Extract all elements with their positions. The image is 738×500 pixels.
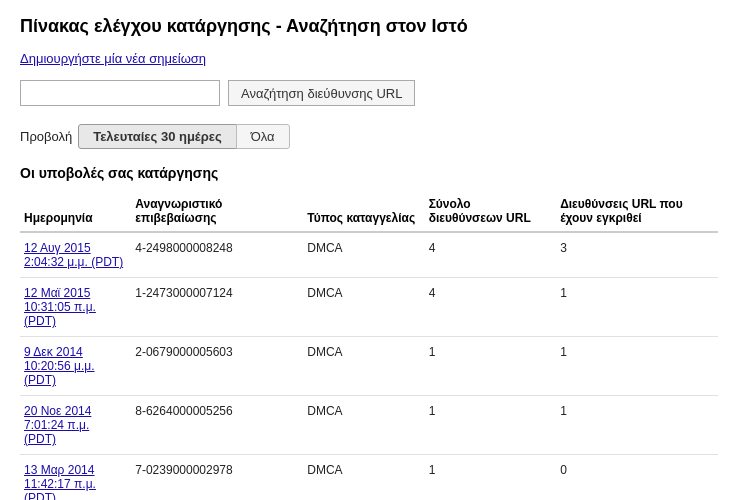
cell-id: 2-0679000005603 [131,337,303,396]
cell-approved: 1 [556,396,718,455]
search-row: Αναζήτηση διεύθυνσης URL [20,80,718,106]
table-header-row: Ημερομηνία Αναγνωριστικό επιβεβαίωσης Τύ… [20,191,718,232]
table-row: 20 Νοε 20147:01:24 π.μ. (PDT)8-626400000… [20,396,718,455]
table-row: 9 Δεκ 201410:20:56 μ.μ. (PDT)2-067900000… [20,337,718,396]
filter-row: Προβολή Τελευταίες 30 ημέρες Όλα [20,124,718,149]
cell-approved: 0 [556,455,718,501]
cell-total: 4 [425,278,557,337]
cell-approved: 1 [556,337,718,396]
col-header-type: Τύπος καταγγελίας [303,191,424,232]
col-header-approved: Διευθύνσεις URL που έχουν εγκριθεί [556,191,718,232]
cell-id: 4-2498000008248 [131,232,303,278]
cell-approved: 1 [556,278,718,337]
page-title: Πίνακας ελέγχου κατάργησης - Αναζήτηση σ… [20,16,718,37]
col-header-date: Ημερομηνία [20,191,131,232]
col-header-total: Σύνολο διευθύνσεων URL [425,191,557,232]
filter-label: Προβολή [20,129,72,144]
section-title: Οι υποβολές σας κατάργησης [20,165,718,181]
cell-total: 4 [425,232,557,278]
date-link[interactable]: 20 Νοε 20147:01:24 π.μ. (PDT) [24,404,91,446]
filter-btn-all[interactable]: Όλα [236,124,290,149]
date-link[interactable]: 9 Δεκ 201410:20:56 μ.μ. (PDT) [24,345,95,387]
search-button[interactable]: Αναζήτηση διεύθυνσης URL [228,80,415,106]
cell-total: 1 [425,337,557,396]
cell-approved: 3 [556,232,718,278]
date-link[interactable]: 12 Αυγ 20152:04:32 μ.μ. (PDT) [24,241,123,269]
filter-btn-30days[interactable]: Τελευταίες 30 ημέρες [78,124,237,149]
search-input[interactable] [20,80,220,106]
cell-total: 1 [425,396,557,455]
date-link[interactable]: 12 Μαϊ 201510:31:05 π.μ. (PDT) [24,286,96,328]
cell-type: DMCA [303,396,424,455]
cell-id: 8-6264000005256 [131,396,303,455]
cell-type: DMCA [303,337,424,396]
cell-type: DMCA [303,278,424,337]
table-row: 12 Αυγ 20152:04:32 μ.μ. (PDT)4-249800000… [20,232,718,278]
table-row: 12 Μαϊ 201510:31:05 π.μ. (PDT)1-24730000… [20,278,718,337]
create-note-link[interactable]: Δημιουργήστε μία νέα σημείωση [20,51,206,66]
cell-total: 1 [425,455,557,501]
date-link[interactable]: 13 Μαρ 201411:42:17 π.μ. (PDT) [24,463,96,500]
col-header-id: Αναγνωριστικό επιβεβαίωσης [131,191,303,232]
cell-id: 1-2473000007124 [131,278,303,337]
cell-type: DMCA [303,232,424,278]
cell-type: DMCA [303,455,424,501]
cell-id: 7-0239000002978 [131,455,303,501]
removals-table: Ημερομηνία Αναγνωριστικό επιβεβαίωσης Τύ… [20,191,718,500]
table-row: 13 Μαρ 201411:42:17 π.μ. (PDT)7-02390000… [20,455,718,501]
